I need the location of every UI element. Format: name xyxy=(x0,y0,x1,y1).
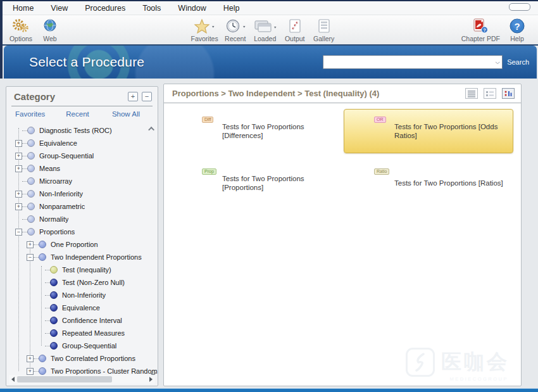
recent-button[interactable]: Recent xyxy=(221,16,250,44)
tree-item-proportions[interactable]: Proportions xyxy=(6,225,158,238)
tree-item-two-correlated-proportions[interactable]: Two Correlated Proportions xyxy=(6,352,158,365)
tab-show-all[interactable]: Show All xyxy=(98,110,151,118)
procedure-grid: Diff Tests for Two Proportions [Differen… xyxy=(164,103,521,205)
tree-item-non-inferiority[interactable]: Non-Inferiority xyxy=(6,187,158,200)
selected-category-icon xyxy=(50,266,58,274)
tree-item-microarray[interactable]: Microarray xyxy=(6,175,158,187)
tree-item-test-inequality[interactable]: Test (Inequality) xyxy=(6,263,158,276)
chevron-down-icon[interactable]: ⌵ xyxy=(493,59,502,66)
tree-item-equivalence[interactable]: Equivalence xyxy=(6,137,158,149)
procedure-label: Tests for Two Proportions [Odds Ratios] xyxy=(394,122,505,141)
clock-icon xyxy=(225,18,246,34)
category-panel: Category + − Favorites Recent Show All D… xyxy=(6,86,158,386)
category-icon xyxy=(27,152,35,160)
options-label: Options xyxy=(9,35,32,42)
tree-item-diagnostic-tests[interactable]: Diagnostic Tests (ROC) xyxy=(6,124,158,137)
expand-all-button[interactable]: + xyxy=(128,92,138,101)
menu-tools[interactable]: Tools xyxy=(142,4,161,13)
svg-text:?: ? xyxy=(514,21,520,32)
expand-icon[interactable] xyxy=(15,140,22,147)
expand-icon[interactable] xyxy=(27,241,34,248)
category-icon xyxy=(39,241,46,248)
output-label: Output xyxy=(285,35,305,42)
web-label: Web xyxy=(43,35,56,42)
menu-window[interactable]: Window xyxy=(178,4,206,13)
tab-recent[interactable]: Recent xyxy=(57,110,99,118)
two-proportions-icon: Prop xyxy=(178,166,213,200)
watermark-text: 医咖会 xyxy=(441,350,510,373)
menu-help[interactable]: Help xyxy=(223,4,240,13)
search-combo[interactable]: ⌵ xyxy=(323,55,503,69)
expand-icon[interactable] xyxy=(15,165,22,172)
two-proportions-icon: OR xyxy=(350,114,385,148)
category-title: Category xyxy=(14,91,124,102)
category-icon xyxy=(50,279,58,286)
window-bottom-border xyxy=(0,388,538,392)
expand-icon[interactable] xyxy=(15,153,22,160)
tree-item-normality[interactable]: Normality xyxy=(6,213,158,225)
gallery-button[interactable]: Gallery xyxy=(310,16,339,44)
tab-favorites[interactable]: Favorites xyxy=(15,110,57,118)
tree-item-group-sequential[interactable]: Group-Sequential xyxy=(6,149,158,162)
loaded-button[interactable]: Loaded xyxy=(250,16,280,44)
menu-view[interactable]: View xyxy=(51,4,68,13)
tree-item-group-sequential-sub[interactable]: Group-Sequential xyxy=(6,339,158,352)
help-button[interactable]: ? Help xyxy=(503,16,532,44)
gear-icon xyxy=(13,18,29,34)
expand-icon[interactable] xyxy=(15,203,22,210)
pdf-icon: ? xyxy=(471,18,490,34)
scroll-left-icon[interactable] xyxy=(11,377,15,382)
tree-item-nonparametric[interactable]: Nonparametric xyxy=(6,200,158,213)
procedure-tile-ratios[interactable]: Ratio Tests for Two Proportions [Ratios] xyxy=(344,161,513,205)
tree-item-confidence-interval[interactable]: Confidence Interval xyxy=(6,314,158,327)
details-view-button[interactable] xyxy=(484,88,496,99)
scatter-page-icon xyxy=(287,18,303,34)
tree-item-one-proportion[interactable]: One Proportion xyxy=(6,238,158,251)
svg-text:?: ? xyxy=(484,27,487,33)
search-input[interactable] xyxy=(323,56,493,68)
window-chrome: Home View Procedures Tools Window Help O… xyxy=(0,1,538,79)
tree-item-repeated-measures[interactable]: Repeated Measures xyxy=(6,327,158,339)
menu-procedures[interactable]: Procedures xyxy=(85,4,125,13)
list-view-button[interactable] xyxy=(465,88,478,99)
collapse-all-button[interactable]: − xyxy=(142,92,152,101)
collapse-icon[interactable] xyxy=(27,254,34,261)
options-button[interactable]: Options xyxy=(6,16,35,44)
tree-item-equivalence-sub[interactable]: Equivalence xyxy=(6,301,158,314)
expand-icon[interactable] xyxy=(15,191,22,198)
tree-item-means[interactable]: Means xyxy=(6,162,158,175)
favorites-button[interactable]: Favorites xyxy=(189,16,221,44)
procedure-tile-proportions[interactable]: Prop Tests for Two Proportions [Proporti… xyxy=(172,161,341,205)
window-control-button[interactable] xyxy=(509,3,530,11)
category-icon xyxy=(27,215,35,223)
watermark: 医咖会 MEDIECOGROUP xyxy=(406,348,510,377)
expand-icon[interactable] xyxy=(27,368,34,375)
tree-item-non-inferiority-sub[interactable]: Non-Inferiority xyxy=(6,289,158,301)
tile-view-button[interactable] xyxy=(502,88,515,99)
horizontal-scrollbar[interactable] xyxy=(9,375,155,384)
category-icon xyxy=(27,190,35,198)
expand-icon[interactable] xyxy=(27,355,34,362)
category-icon xyxy=(27,203,35,210)
scroll-up-icon[interactable] xyxy=(149,125,156,132)
tree-item-test-non-zero-null[interactable]: Test (Non-Zero Null) xyxy=(6,276,158,289)
details-view-icon xyxy=(485,90,494,98)
category-icon xyxy=(39,355,46,362)
category-icon xyxy=(27,139,35,147)
collapse-icon[interactable] xyxy=(15,229,22,236)
watermark-subtext: MEDIECOGROUP xyxy=(449,376,508,382)
web-button[interactable]: Web xyxy=(35,16,65,44)
recent-label: Recent xyxy=(225,35,246,42)
procedure-tile-odds-ratios[interactable]: OR Tests for Two Proportions [Odds Ratio… xyxy=(344,109,513,153)
favorites-label: Favorites xyxy=(191,35,218,42)
procedure-tile-differences[interactable]: Diff Tests for Two Proportions [Differen… xyxy=(172,109,341,153)
scroll-right-icon[interactable] xyxy=(149,377,153,382)
category-icon xyxy=(50,342,58,350)
tree-item-two-independent-proportions[interactable]: Two Independent Proportions xyxy=(6,251,158,263)
output-button[interactable]: Output xyxy=(280,16,310,44)
scrollbar-thumb[interactable] xyxy=(17,376,112,383)
menu-home[interactable]: Home xyxy=(13,4,34,13)
search-button[interactable]: Search xyxy=(507,58,529,66)
category-icon xyxy=(50,329,58,337)
chapter-pdf-button[interactable]: ? Chapter PDF xyxy=(459,16,503,44)
